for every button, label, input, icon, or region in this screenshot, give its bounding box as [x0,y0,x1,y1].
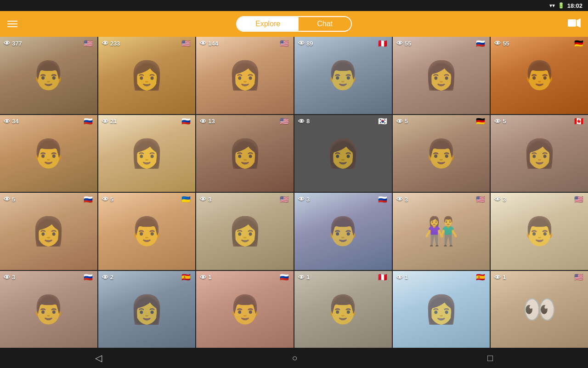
country-flag: 🇺🇸 [280,196,290,203]
grid-cell-21[interactable]: 👨👁1🇷🇺 [196,271,294,348]
eye-icon: 👁 [298,118,305,125]
view-number: 34 [12,118,18,125]
grid-cell-20[interactable]: 👩👁2🇪🇸 [98,271,196,348]
view-number: 8 [306,118,310,125]
country-flag: 🇷🇺 [181,118,192,125]
view-count: 👁3 [494,196,506,203]
view-number: 377 [12,40,22,47]
grid-cell-1[interactable]: 👨👁377🇺🇸 [0,37,97,114]
grid-cell-8[interactable]: 👩👁21🇷🇺 [98,115,196,192]
view-count: 👁3 [4,274,15,281]
cell-overlay: 👁1🇵🇪 [294,271,392,284]
view-number: 55 [503,40,509,47]
tab-chat[interactable]: Chat [299,17,351,31]
grid-cell-18[interactable]: 👨👁3🇺🇸 [491,193,588,270]
view-count: 👁3 [396,196,408,203]
grid-cell-5[interactable]: 👩👁55🇷🇺 [393,37,490,114]
view-count: 👁55 [494,40,509,47]
grid-cell-2[interactable]: 👩👁233🇺🇸 [98,37,196,114]
cell-overlay: 👁3🇺🇸 [491,193,588,206]
view-count: 👁5 [102,196,113,203]
view-count: 👁34 [4,118,18,125]
view-count: 👁1 [494,274,506,281]
view-count: 👁1 [298,274,310,281]
grid-cell-23[interactable]: 👩👁1🇪🇸 [393,271,490,348]
cell-overlay: 👁5🇷🇺 [0,193,97,206]
grid-cell-10[interactable]: 👩👁8🇰🇷 [294,115,392,192]
eye-icon: 👁 [200,196,206,203]
eye-icon: 👁 [494,196,501,203]
grid-cell-17[interactable]: 👫👁3🇺🇸 [393,193,490,270]
grid-cell-3[interactable]: 👩👁144🇺🇸 [196,37,294,114]
view-number: 5 [12,196,15,203]
country-flag: 🇵🇪 [378,274,388,281]
cell-overlay: 👁5🇺🇦 [98,193,196,206]
country-flag: 🇪🇸 [181,274,192,281]
cell-overlay: 👁2🇪🇸 [98,271,196,284]
eye-icon: 👁 [200,118,206,125]
home-button[interactable]: ○ [292,353,297,363]
bottom-nav: ◁ ○ □ [0,348,588,368]
grid-cell-11[interactable]: 👨👁5🇩🇪 [393,115,490,192]
cell-overlay: 👁3🇷🇺 [294,193,392,206]
eye-icon: 👁 [298,274,305,281]
eye-icon: 👁 [102,40,108,47]
eye-icon: 👁 [102,118,108,125]
view-count: 👁5 [494,118,506,125]
cell-overlay: 👁13🇺🇸 [196,115,294,128]
grid-cell-24[interactable]: 👀👁1🇺🇸 [491,271,588,348]
view-number: 21 [110,118,117,125]
cell-overlay: 👁55🇷🇺 [393,37,490,50]
cell-overlay: 👁377🇺🇸 [0,37,97,50]
grid-cell-19[interactable]: 👨👁3🇷🇺 [0,271,97,348]
back-button[interactable]: ◁ [95,352,102,363]
recent-button[interactable]: □ [487,353,493,363]
view-count: 👁1 [396,274,408,281]
cell-overlay: 👁89🇵🇪 [294,37,392,50]
view-number: 3 [208,196,211,203]
view-number: 3 [405,196,408,203]
grid-cell-4[interactable]: 👨👁89🇵🇪 [294,37,392,114]
view-number: 3 [306,196,310,203]
tab-group: Explore Chat [236,16,352,32]
grid-cell-22[interactable]: 👨👁1🇵🇪 [294,271,392,348]
view-number: 1 [208,274,211,281]
view-number: 5 [110,196,113,203]
country-flag: 🇺🇸 [181,40,192,47]
eye-icon: 👁 [200,274,206,281]
view-number: 55 [405,40,411,47]
country-flag: 🇰🇷 [378,118,388,125]
top-bar: Explore Chat [0,11,588,37]
view-number: 1 [306,274,310,281]
eye-icon: 👁 [298,40,305,47]
video-camera-icon[interactable] [568,18,581,30]
eye-icon: 👁 [396,40,403,47]
view-number: 89 [306,40,313,47]
hamburger-menu[interactable] [7,21,17,27]
grid-cell-13[interactable]: 👩👁5🇷🇺 [0,193,97,270]
country-flag: 🇩🇪 [476,118,486,125]
country-flag: 🇺🇸 [280,40,290,47]
country-flag: 🇺🇸 [574,196,584,203]
grid-cell-6[interactable]: 👨👁55🇩🇪 [491,37,588,114]
country-flag: 🇷🇺 [84,274,94,281]
grid-cell-9[interactable]: 👩👁13🇺🇸 [196,115,294,192]
view-count: 👁1 [200,274,211,281]
grid-cell-15[interactable]: 👩👁3🇺🇸 [196,193,294,270]
view-number: 3 [12,274,15,281]
tab-explore[interactable]: Explore [237,17,299,31]
cell-overlay: 👁8🇰🇷 [294,115,392,128]
grid-cell-14[interactable]: 👨👁5🇺🇦 [98,193,196,270]
grid-cell-12[interactable]: 👩👁5🇨🇦 [491,115,588,192]
country-flag: 🇵🇪 [378,40,388,47]
grid-cell-16[interactable]: 👨👁3🇷🇺 [294,193,392,270]
country-flag: 🇺🇸 [476,196,486,203]
eye-icon: 👁 [200,40,206,47]
battery-icon: 🔋 [558,2,565,9]
view-number: 1 [503,274,506,281]
view-count: 👁377 [4,40,22,47]
cell-overlay: 👁3🇺🇸 [196,193,294,206]
status-bar: ▾▾ 🔋 18:02 [0,0,588,11]
country-flag: 🇺🇸 [574,274,584,281]
grid-cell-7[interactable]: 👨👁34🇷🇺 [0,115,97,192]
